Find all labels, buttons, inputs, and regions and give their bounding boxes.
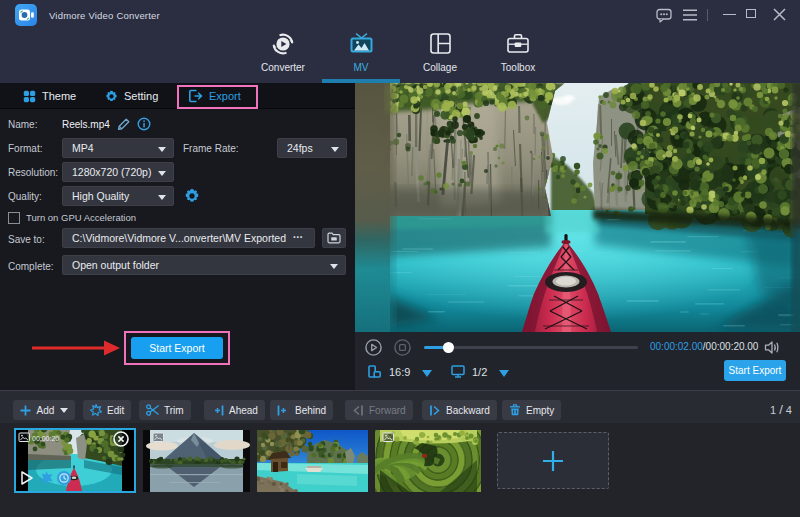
- svg-text:00:00:20: 00:00:20: [32, 435, 59, 442]
